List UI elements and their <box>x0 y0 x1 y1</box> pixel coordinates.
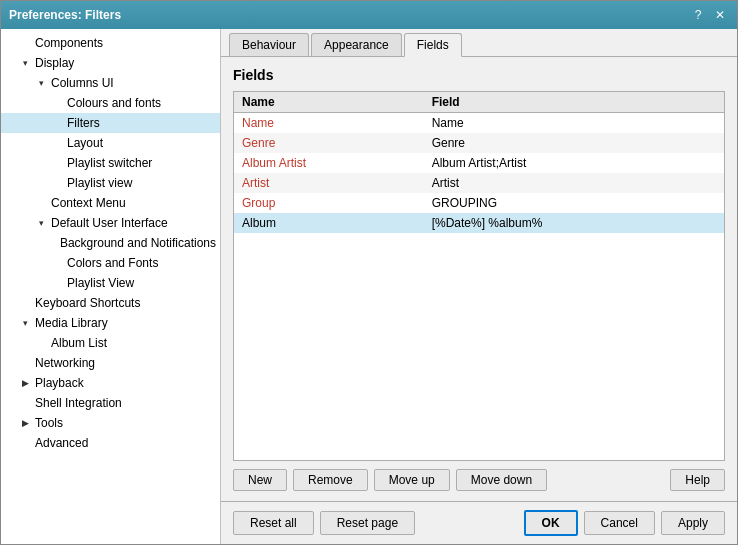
table-cell-field: Name <box>424 113 724 134</box>
table-body: NameNameGenreGenreAlbum ArtistAlbum Arti… <box>234 113 724 234</box>
panel-title: Fields <box>233 67 725 83</box>
reset-all-button[interactable]: Reset all <box>233 511 314 535</box>
window-title: Preferences: Filters <box>9 8 121 22</box>
table-row[interactable]: Album[%Date%] %album% <box>234 213 724 233</box>
sidebar-item-album-list[interactable]: Album List <box>1 333 220 353</box>
ok-button[interactable]: OK <box>524 510 578 536</box>
sidebar-item-playlist-switcher[interactable]: Playlist switcher <box>1 153 220 173</box>
sidebar-item-bg-notifications[interactable]: Background and Notifications <box>1 233 220 253</box>
sidebar-label: Colors and Fonts <box>65 256 158 270</box>
bottom-bar: Reset all Reset page OK Cancel Apply <box>221 501 737 544</box>
sidebar-label: Playlist switcher <box>65 156 152 170</box>
sidebar-label: Default User Interface <box>49 216 168 230</box>
sidebar-label: Playlist View <box>65 276 134 290</box>
sidebar-item-columns-ui[interactable]: ▾ Columns UI <box>1 73 220 93</box>
table-cell-field: Genre <box>424 133 724 153</box>
tab-appearance[interactable]: Appearance <box>311 33 402 56</box>
sidebar-item-keyboard[interactable]: Keyboard Shortcuts <box>1 293 220 313</box>
sidebar-label: Playlist view <box>65 176 132 190</box>
remove-button[interactable]: Remove <box>293 469 368 491</box>
sidebar-label: Tools <box>33 416 63 430</box>
help-title-button[interactable]: ? <box>689 6 707 24</box>
sidebar-item-playlist-view2[interactable]: Playlist View <box>1 273 220 293</box>
right-panel: Behaviour Appearance Fields Fields Name … <box>221 29 737 544</box>
sidebar-label: Background and Notifications <box>58 236 216 250</box>
table-row[interactable]: Album ArtistAlbum Artist;Artist <box>234 153 724 173</box>
sidebar-item-colors-fonts[interactable]: Colors and Fonts <box>1 253 220 273</box>
panel-content: Fields Name Field NameNameGenreGenreAlbu… <box>221 57 737 501</box>
expander-icon: ▾ <box>17 318 33 328</box>
move-down-button[interactable]: Move down <box>456 469 547 491</box>
sidebar-label: Components <box>33 36 103 50</box>
sidebar-item-media-library[interactable]: ▾ Media Library <box>1 313 220 333</box>
sidebar-item-playback[interactable]: ▶ Playback <box>1 373 220 393</box>
close-title-button[interactable]: ✕ <box>711 6 729 24</box>
sidebar-item-layout[interactable]: Layout <box>1 133 220 153</box>
sidebar-item-colours-fonts[interactable]: Colours and fonts <box>1 93 220 113</box>
table-row[interactable]: GenreGenre <box>234 133 724 153</box>
expander-icon: ▾ <box>33 78 49 88</box>
sidebar-label: Advanced <box>33 436 88 450</box>
sidebar-item-components[interactable]: Components <box>1 33 220 53</box>
table-cell-name: Group <box>234 193 424 213</box>
tabs-bar: Behaviour Appearance Fields <box>221 29 737 57</box>
table-header-row: Name Field <box>234 92 724 113</box>
sidebar-label: Shell Integration <box>33 396 122 410</box>
col-header-field: Field <box>424 92 724 113</box>
expander-icon: ▶ <box>17 418 33 428</box>
sidebar-item-networking[interactable]: Networking <box>1 353 220 373</box>
expander-icon: ▾ <box>17 58 33 68</box>
table-cell-name: Artist <box>234 173 424 193</box>
sidebar-item-shell[interactable]: Shell Integration <box>1 393 220 413</box>
table-row[interactable]: NameName <box>234 113 724 134</box>
sidebar-item-playlist-view[interactable]: Playlist view <box>1 173 220 193</box>
sidebar-label: Networking <box>33 356 95 370</box>
expander-icon: ▶ <box>17 378 33 388</box>
help-button[interactable]: Help <box>670 469 725 491</box>
table-cell-name: Name <box>234 113 424 134</box>
sidebar-item-filters[interactable]: Filters <box>1 113 220 133</box>
sidebar: Components ▾ Display ▾ Columns UI <box>1 29 221 544</box>
move-up-button[interactable]: Move up <box>374 469 450 491</box>
col-header-name: Name <box>234 92 424 113</box>
sidebar-label: Display <box>33 56 74 70</box>
sidebar-label: Context Menu <box>49 196 126 210</box>
preferences-window: Preferences: Filters ? ✕ Components ▾ Di… <box>0 0 738 545</box>
table-cell-name: Genre <box>234 133 424 153</box>
fields-table: Name Field NameNameGenreGenreAlbum Artis… <box>234 92 724 233</box>
main-content: Components ▾ Display ▾ Columns UI <box>1 29 737 544</box>
table-cell-field: Artist <box>424 173 724 193</box>
reset-page-button[interactable]: Reset page <box>320 511 415 535</box>
cancel-button[interactable]: Cancel <box>584 511 655 535</box>
table-row[interactable]: ArtistArtist <box>234 173 724 193</box>
action-buttons: New Remove Move up Move down Help <box>233 469 725 491</box>
sidebar-label: Columns UI <box>49 76 114 90</box>
apply-button[interactable]: Apply <box>661 511 725 535</box>
expander-icon: ▾ <box>33 218 49 228</box>
table-cell-field: [%Date%] %album% <box>424 213 724 233</box>
sidebar-label: Playback <box>33 376 84 390</box>
table-row[interactable]: GroupGROUPING <box>234 193 724 213</box>
title-bar: Preferences: Filters ? ✕ <box>1 1 737 29</box>
tab-fields[interactable]: Fields <box>404 33 462 57</box>
title-bar-controls: ? ✕ <box>689 6 729 24</box>
new-button[interactable]: New <box>233 469 287 491</box>
sidebar-label: Filters <box>65 116 100 130</box>
sidebar-label: Layout <box>65 136 103 150</box>
sidebar-item-context-menu[interactable]: Context Menu <box>1 193 220 213</box>
sidebar-label: Keyboard Shortcuts <box>33 296 140 310</box>
sidebar-item-advanced[interactable]: Advanced <box>1 433 220 453</box>
tab-behaviour[interactable]: Behaviour <box>229 33 309 56</box>
sidebar-item-default-ui[interactable]: ▾ Default User Interface <box>1 213 220 233</box>
table-cell-name: Album Artist <box>234 153 424 173</box>
sidebar-label: Album List <box>49 336 107 350</box>
table-cell-field: GROUPING <box>424 193 724 213</box>
fields-table-container: Name Field NameNameGenreGenreAlbum Artis… <box>233 91 725 461</box>
sidebar-label: Media Library <box>33 316 108 330</box>
table-cell-field: Album Artist;Artist <box>424 153 724 173</box>
table-cell-name: Album <box>234 213 424 233</box>
sidebar-item-tools[interactable]: ▶ Tools <box>1 413 220 433</box>
sidebar-label: Colours and fonts <box>65 96 161 110</box>
sidebar-item-display[interactable]: ▾ Display <box>1 53 220 73</box>
